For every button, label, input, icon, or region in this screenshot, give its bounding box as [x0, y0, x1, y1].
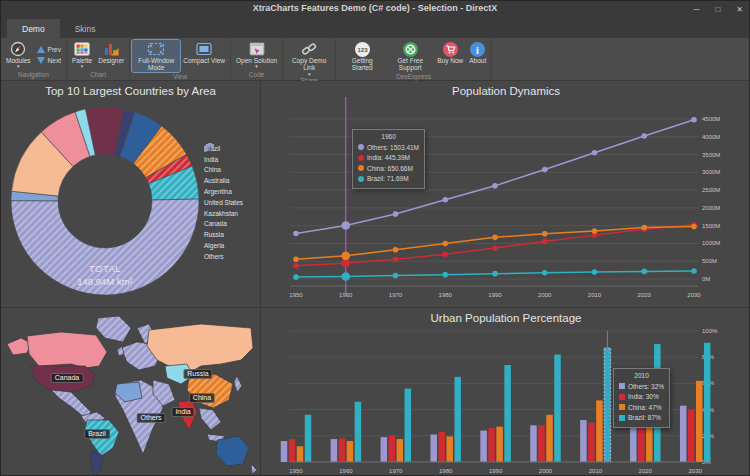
- prev-button[interactable]: Prev: [37, 46, 61, 53]
- data-point-brazil[interactable]: [641, 269, 647, 275]
- data-point-others[interactable]: [442, 197, 448, 203]
- bar-india-1990[interactable]: [488, 428, 495, 462]
- legend-item-australia[interactable]: Australia: [204, 175, 243, 186]
- bar-india-1950[interactable]: [289, 439, 296, 462]
- copy-demo-link-button[interactable]: Copy Demo Link ▾: [285, 40, 333, 76]
- data-point-others[interactable]: [492, 183, 498, 189]
- data-point-china[interactable]: [293, 257, 299, 263]
- palette-button[interactable]: Palette ▾: [69, 40, 95, 70]
- data-point-others[interactable]: [393, 211, 399, 217]
- bar-others-2010[interactable]: [580, 420, 587, 462]
- bar-brazil-1960[interactable]: [355, 402, 362, 462]
- data-point-brazil[interactable]: [542, 270, 548, 276]
- data-point-china[interactable]: [592, 228, 598, 234]
- map-region-central-america[interactable]: [51, 390, 91, 418]
- about-button[interactable]: i About: [466, 40, 489, 72]
- designer-button[interactable]: Designer: [95, 40, 127, 70]
- data-point-brazil[interactable]: [592, 269, 598, 275]
- bar-brazil-1970[interactable]: [405, 389, 412, 462]
- data-point-china[interactable]: [442, 241, 448, 247]
- legend-item-united-states[interactable]: United States: [204, 197, 243, 208]
- bar-others-1980[interactable]: [430, 434, 437, 462]
- legend-item-argentina[interactable]: Argentina: [204, 186, 243, 197]
- data-point-india[interactable]: [542, 239, 548, 245]
- legend-item-others[interactable]: Others: [204, 251, 243, 262]
- legend-item-canada[interactable]: Canada: [204, 219, 243, 230]
- data-point-india[interactable]: [442, 251, 448, 257]
- bar-others-1950[interactable]: [281, 441, 288, 462]
- data-point-india[interactable]: [393, 256, 399, 262]
- bar-brazil-1980[interactable]: [454, 377, 461, 462]
- bar-china-2010[interactable]: [596, 400, 603, 462]
- bar-china-1950[interactable]: [297, 446, 304, 462]
- data-point-brazil[interactable]: [293, 274, 299, 280]
- bar-brazil-2000[interactable]: [554, 355, 561, 462]
- map-region-canada[interactable]: [27, 332, 107, 368]
- data-point-others[interactable]: [592, 150, 598, 156]
- legend-item-india[interactable]: India: [204, 154, 243, 165]
- data-point-brazil[interactable]: [341, 272, 350, 281]
- compact-view-button[interactable]: Compact View: [180, 40, 228, 72]
- bar-china-1980[interactable]: [446, 436, 453, 462]
- bar-brazil-2030[interactable]: [704, 343, 711, 462]
- bar-china-1990[interactable]: [496, 427, 503, 462]
- data-point-india[interactable]: [293, 263, 299, 269]
- data-point-china[interactable]: [641, 225, 647, 231]
- data-point-others[interactable]: [293, 231, 299, 237]
- map-region-se-asia[interactable]: [199, 408, 221, 430]
- bar-india-1970[interactable]: [389, 436, 396, 462]
- data-point-china[interactable]: [341, 252, 350, 261]
- bar-brazil-1950[interactable]: [305, 415, 312, 462]
- buy-now-button[interactable]: Buy Now: [434, 40, 466, 72]
- close-icon[interactable]: ✕: [736, 1, 743, 19]
- svg-text:i: i: [476, 44, 479, 55]
- data-point-others[interactable]: [542, 167, 548, 173]
- map-region-australia[interactable]: [216, 436, 249, 466]
- bar-others-1990[interactable]: [480, 431, 487, 462]
- modules-button[interactable]: Modules ▾: [3, 40, 34, 70]
- next-button[interactable]: Next: [37, 57, 61, 64]
- bar-china-1970[interactable]: [397, 439, 404, 462]
- bar-india-2030[interactable]: [688, 410, 695, 462]
- legend-item-algeria[interactable]: Algeria: [204, 240, 243, 251]
- data-point-brazil[interactable]: [442, 272, 448, 278]
- data-point-india[interactable]: [492, 245, 498, 251]
- minimize-icon[interactable]: ─: [694, 1, 700, 19]
- legend-item-russia[interactable]: Russia: [204, 229, 243, 240]
- maximize-icon[interactable]: □: [715, 1, 720, 19]
- legend-item-china[interactable]: China: [204, 165, 243, 176]
- data-point-china[interactable]: [691, 224, 697, 230]
- bar-india-1980[interactable]: [438, 432, 445, 462]
- data-point-brazil[interactable]: [492, 271, 498, 277]
- open-solution-button[interactable]: Open Solution ▾: [233, 40, 280, 70]
- tab-skins[interactable]: Skins: [60, 19, 111, 38]
- map-region-greenland[interactable]: [96, 316, 131, 342]
- full-window-mode-button[interactable]: Full-Window Mode: [132, 40, 180, 72]
- legend-item-kazakhstan[interactable]: Kazakhstan: [204, 208, 243, 219]
- bar-india-2000[interactable]: [538, 425, 545, 462]
- bar-others-2030[interactable]: [680, 406, 687, 462]
- data-point-brazil[interactable]: [393, 273, 399, 279]
- data-point-china[interactable]: [492, 235, 498, 241]
- tab-demo[interactable]: Demo: [7, 19, 60, 38]
- bar-china-2030[interactable]: [696, 381, 703, 462]
- map-region-japan[interactable]: [234, 376, 242, 392]
- bar-india-2010[interactable]: [588, 423, 595, 462]
- bar-india-1960[interactable]: [339, 438, 346, 462]
- getting-started-button[interactable]: 123 Getting Started: [338, 40, 386, 72]
- bar-china-1960[interactable]: [347, 441, 354, 462]
- bar-brazil-1990[interactable]: [504, 365, 511, 462]
- bar-others-2000[interactable]: [530, 425, 537, 462]
- data-point-others[interactable]: [641, 133, 647, 139]
- data-point-brazil[interactable]: [691, 268, 697, 274]
- data-point-china[interactable]: [542, 231, 548, 237]
- get-free-support-button[interactable]: Get Free Support: [386, 40, 434, 72]
- bar-china-2000[interactable]: [546, 415, 553, 462]
- data-point-others[interactable]: [691, 117, 697, 123]
- map-region-russia[interactable]: [147, 324, 253, 374]
- map-region-new-zealand[interactable]: [251, 464, 257, 474]
- data-point-others[interactable]: [341, 221, 350, 230]
- bar-others-1970[interactable]: [381, 437, 388, 462]
- data-point-china[interactable]: [393, 247, 399, 253]
- bar-others-1960[interactable]: [331, 439, 338, 462]
